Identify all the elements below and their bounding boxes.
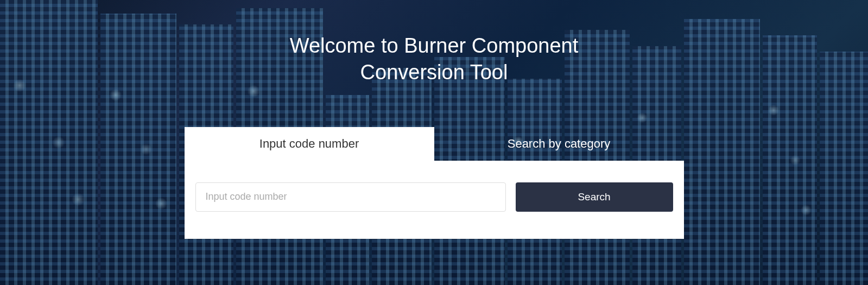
search-panel: Search	[185, 161, 684, 239]
code-number-input[interactable]	[195, 182, 506, 212]
search-button[interactable]: Search	[516, 182, 673, 212]
tab-input-code[interactable]: Input code number	[185, 127, 434, 161]
tabs-container: Input code number Search by category	[185, 127, 684, 161]
page-title: Welcome to Burner Component Conversion T…	[244, 33, 624, 86]
tab-search-category[interactable]: Search by category	[434, 127, 684, 161]
